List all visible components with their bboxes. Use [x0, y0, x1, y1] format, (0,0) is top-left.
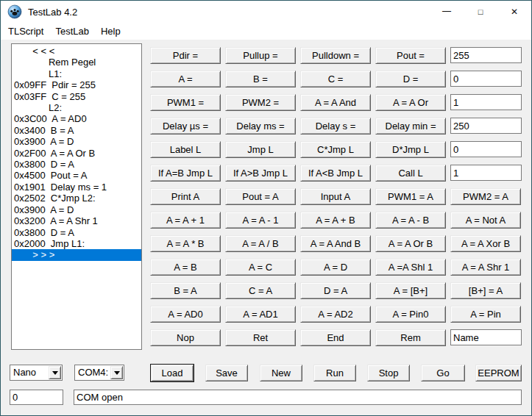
name-input[interactable]: [450, 329, 522, 345]
listing-line[interactable]: 0x2F00 A = A Or B: [12, 148, 141, 159]
op-c-jmp-l-button[interactable]: C*Jmp L: [300, 141, 371, 158]
eeprom-button[interactable]: EEPROM: [475, 365, 522, 381]
chevron-down-icon[interactable]: [49, 366, 61, 379]
listing-line[interactable]: 0x3200 A = A Shr 1: [12, 215, 141, 226]
op-rem-button[interactable]: Rem: [375, 329, 446, 346]
listing-line[interactable]: L1:: [12, 68, 141, 79]
listing-line[interactable]: 0x3C00 A = AD0: [12, 113, 141, 124]
op-if-a-b-jmp-l-button[interactable]: If A>B Jmp L: [225, 165, 296, 182]
op-pwm1-a-button[interactable]: PWM1 = A: [375, 188, 446, 205]
op-end-button[interactable]: End: [300, 329, 371, 346]
op-a-c-button[interactable]: A = C: [225, 259, 296, 276]
op-pulldown-button[interactable]: Pulldown =: [300, 47, 371, 64]
op-a-a-and-button[interactable]: A = A And: [300, 94, 371, 111]
op-a-a-b-button[interactable]: A = A / B: [225, 235, 296, 252]
op-pout-button[interactable]: Pout =: [375, 47, 446, 64]
save-button[interactable]: Save: [205, 365, 248, 381]
op-a-pin-button[interactable]: A = Pin: [450, 306, 521, 323]
op-pout-a-button[interactable]: Pout = A: [225, 188, 296, 205]
op-d-button[interactable]: D =: [375, 71, 446, 87]
op-call-l-button[interactable]: Call L: [375, 165, 446, 182]
go-button[interactable]: Go: [421, 365, 465, 381]
new-button[interactable]: New: [260, 365, 302, 381]
listing-line[interactable]: < < <: [12, 46, 141, 57]
listing-line[interactable]: 0x3900 A = D: [12, 204, 141, 215]
status-message-field[interactable]: [74, 390, 522, 405]
listing-line[interactable]: 0x3800 D = A: [12, 227, 141, 238]
listing-line[interactable]: 0x4500 Pout = A: [12, 170, 141, 181]
op-a-ad1-button[interactable]: A = AD1: [225, 306, 296, 323]
listing-line[interactable]: L2:: [12, 102, 141, 113]
op-nop-button[interactable]: Nop: [150, 329, 221, 346]
op-a-a-or-button[interactable]: A = A Or: [375, 94, 446, 111]
op-d-a-button[interactable]: D = A: [300, 282, 371, 299]
op-a-a-b-button[interactable]: A = A + B: [300, 212, 371, 229]
value-input-row6[interactable]: [450, 165, 522, 181]
op-delay-ms-button[interactable]: Delay ms =: [225, 118, 296, 135]
listing-line[interactable]: 0x2502 C*Jmp L2:: [12, 193, 141, 204]
op-delay-s-button[interactable]: Delay s =: [300, 118, 371, 135]
listing-line[interactable]: 0x09FF Pdir = 255: [12, 79, 141, 90]
op-c-a-button[interactable]: C = A: [225, 282, 296, 299]
close-button[interactable]: ✕: [497, 1, 531, 23]
menu-testlab[interactable]: TestLab: [49, 23, 95, 40]
listing-line[interactable]: Rem Pegel: [12, 57, 141, 68]
op-a-d-button[interactable]: A = D: [300, 259, 371, 276]
value-input-row1[interactable]: [450, 47, 522, 63]
op-a-ad0-button[interactable]: A = AD0: [150, 306, 221, 323]
op-delay-min-button[interactable]: Delay min =: [375, 118, 446, 135]
counter-field[interactable]: [10, 390, 63, 405]
op-pwm2-button[interactable]: PWM2 =: [225, 94, 296, 111]
op-a-not-a-button[interactable]: A = Not A: [450, 212, 521, 229]
op-pwm2-a-button[interactable]: PWM2 = A: [450, 188, 521, 205]
op-a-a-b-button[interactable]: A = A * B: [150, 235, 221, 252]
op-ret-button[interactable]: Ret: [225, 329, 296, 346]
stop-button[interactable]: Stop: [367, 365, 410, 381]
listing-line[interactable]: 0x3400 B = A: [12, 125, 141, 136]
op-pdir-button[interactable]: Pdir =: [150, 47, 221, 64]
listing-line[interactable]: 0x3900 A = D: [12, 136, 141, 147]
op-a-a-xor-b-button[interactable]: A = A Xor B: [450, 235, 521, 252]
op-a-b-button[interactable]: A = [B+]: [375, 282, 446, 299]
op-c-button[interactable]: C =: [300, 71, 371, 87]
menu-tlscript[interactable]: TLScript: [2, 23, 49, 40]
value-input-row3[interactable]: [450, 94, 522, 110]
op-input-a-button[interactable]: Input A: [300, 188, 371, 205]
minimize-button[interactable]: —: [430, 1, 464, 23]
listing-line[interactable]: 0x03FF C = 255: [12, 91, 141, 102]
op-a-pin0-button[interactable]: A = Pin0: [375, 306, 446, 323]
chevron-down-icon[interactable]: [110, 366, 123, 379]
op-delay-s-button[interactable]: Delay µs =: [150, 118, 221, 135]
device-select[interactable]: Nano: [10, 365, 63, 381]
op-pullup-button[interactable]: Pullup =: [225, 47, 296, 64]
op-label-l-button[interactable]: Label L: [150, 141, 221, 158]
op-pwm1-button[interactable]: PWM1 =: [150, 94, 221, 111]
port-select[interactable]: COM4:: [74, 365, 124, 381]
op-a-a-1-button[interactable]: A = A - 1: [225, 212, 296, 229]
run-button[interactable]: Run: [313, 365, 356, 381]
op-b-button[interactable]: B =: [225, 71, 296, 87]
op-a-a-shr-1-button[interactable]: A = A Shr 1: [450, 259, 521, 276]
listing-line[interactable]: 0x3800 D = A: [12, 159, 141, 170]
listing-line[interactable]: > > >: [12, 249, 141, 260]
op-a-a-shl-1-button[interactable]: A =A Shl 1: [375, 259, 446, 276]
value-input-row5[interactable]: [450, 141, 522, 157]
op-a-a-or-b-button[interactable]: A = A Or B: [375, 235, 446, 252]
menu-help[interactable]: Help: [95, 23, 127, 40]
op-if-a-b-jmp-l-button[interactable]: If A=B Jmp L: [150, 165, 221, 182]
load-button[interactable]: Load: [151, 365, 194, 381]
program-listing[interactable]: < < < Rem Pegel L1:0x09FF Pdir = 2550x03…: [11, 43, 142, 350]
listing-line[interactable]: 0x1901 Delay ms = 1: [12, 182, 141, 193]
op-a-ad2-button[interactable]: A = AD2: [300, 306, 371, 323]
op-d-jmp-l-button[interactable]: D*Jmp L: [375, 141, 446, 158]
listing-line[interactable]: 0x2000 Jmp L1:: [12, 238, 141, 249]
op-a-a-b-button[interactable]: A = A - B: [375, 212, 446, 229]
op-print-a-button[interactable]: Print A: [150, 188, 221, 205]
op-b-a-button[interactable]: B = A: [150, 282, 221, 299]
op-a-b-button[interactable]: A = B: [150, 259, 221, 276]
value-input-row2[interactable]: [450, 71, 522, 87]
op-a-a-1-button[interactable]: A = A + 1: [150, 212, 221, 229]
op-a-a-and-b-button[interactable]: A = A And B: [300, 235, 371, 252]
maximize-button[interactable]: □: [464, 1, 497, 23]
value-input-row4[interactable]: [450, 118, 522, 134]
